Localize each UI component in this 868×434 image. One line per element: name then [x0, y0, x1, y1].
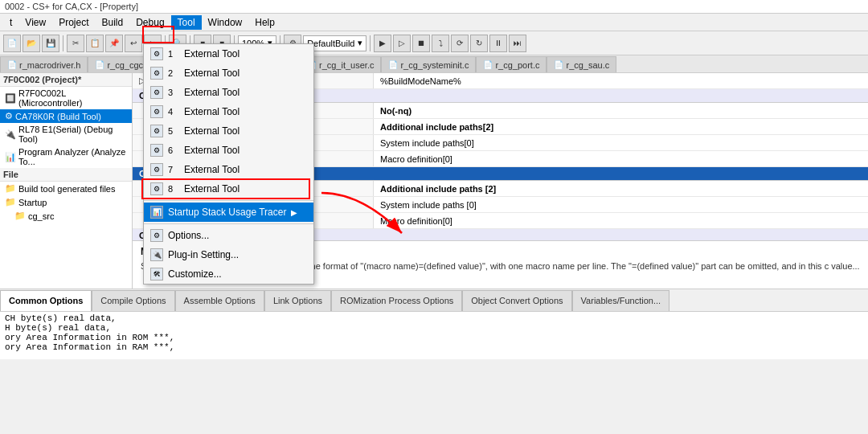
tb-paste[interactable]: 📌 [105, 35, 123, 52]
menu-build[interactable]: Build [96, 15, 130, 30]
tool-icon-startup: 📊 [150, 206, 163, 219]
prop-value-output-folder: %BuildModeName% [374, 73, 868, 88]
tab-systeminit[interactable]: 📄 r_cg_systeminit.c [381, 56, 476, 72]
tool-num-3: 3 [168, 88, 179, 97]
bottom-tab-assemble[interactable]: Assemble Options [175, 290, 264, 311]
tb-step[interactable]: ⤵ [432, 35, 449, 52]
tab-sau[interactable]: 📄 r_cg_sau.c [547, 56, 616, 72]
dropdown-sep-1 [144, 200, 313, 201]
sidebar-item-cgsrc[interactable]: 📁 cg_src [0, 209, 132, 223]
tb-undo[interactable]: ↩ [125, 35, 142, 52]
tb-new[interactable]: 📄 [3, 35, 21, 52]
tb-debug[interactable]: ▷ [393, 35, 411, 52]
prop-value-asm-macro: Macro definition[0] [374, 213, 868, 228]
sidebar-label-cgsrc: cg_src [28, 211, 54, 221]
toolbar-row1: 📄 📂 💾 ✂ 📋 📌 ↩ ↪ 🔍 ■ ■ 100% ▾ ⚙ DefaultBu… [0, 31, 868, 55]
tool-menu-options[interactable]: ⚙ Options... [144, 226, 313, 245]
sidebar-item-generated[interactable]: 📁 Build tool generated files [0, 182, 132, 195]
menu-debug[interactable]: Debug [129, 15, 170, 30]
title-text: 0002 - CS+ for CA,CX - [Property] [5, 2, 138, 11]
tab-sau-label: r_cg_sau.c [566, 60, 609, 70]
sidebar-item-build[interactable]: ⚙ CA78K0R (Build Tool) [0, 109, 132, 123]
tool-menu-item-4[interactable]: ⚙ 4 External Tool [144, 102, 313, 121]
tab-icon-port: 📄 [483, 60, 493, 69]
sidebar-icon-build: ⚙ [5, 111, 13, 121]
tb-cut[interactable]: ✂ [67, 35, 84, 52]
prop-value-include: Additional include paths[2] [374, 119, 868, 134]
tb-copy[interactable]: 📋 [86, 35, 104, 52]
sidebar-item-startup[interactable]: 📁 Startup [0, 195, 132, 209]
tab-bar: 📄 r_macrodriver.h 📄 r_cg_cgc.c ⚙ Propert… [0, 55, 868, 73]
tab-port[interactable]: 📄 r_cg_port.c [476, 56, 547, 72]
tool-menu-item-3[interactable]: ⚙ 3 External Tool [144, 83, 313, 102]
tool-menu-startup-tracer[interactable]: 📊 Startup Stack Usage Tracer ▶ [144, 203, 313, 222]
tool-menu-item-1[interactable]: ⚙ 1 External Tool [144, 44, 313, 63]
tab-icon-systeminit: 📄 [388, 60, 398, 69]
bottom-tab-variables[interactable]: Variables/Function... [572, 290, 669, 311]
tool-menu-item-2[interactable]: ⚙ 2 External Tool [144, 63, 313, 83]
tool-label-plugin: Plug-in Setting... [168, 249, 239, 260]
bottom-tab-compile[interactable]: Compile Options [92, 290, 174, 311]
sidebar-icon-debug: 🔌 [5, 129, 16, 140]
output-line-3: ory Area Information in ROM ***, [5, 333, 863, 342]
sidebar-item-analyzer[interactable]: 📊 Program Analyzer (Analyze To... [0, 145, 132, 168]
menu-project[interactable]: Project [52, 15, 95, 30]
tool-menu-customize[interactable]: 🛠 Customize... [144, 264, 313, 284]
tool-icon-1: ⚙ [150, 47, 163, 60]
tab-ituser-label: r_cg_it_user.c [319, 60, 374, 70]
tool-label-5: External Tool [184, 125, 240, 137]
bottom-tab-assemble-label: Assemble Options [184, 296, 256, 305]
bottom-tab-link-label: Link Options [273, 296, 322, 305]
bottom-tab-common[interactable]: Common Options [0, 290, 92, 311]
sidebar-icon-micro: 🔲 [5, 93, 16, 104]
sidebar-label-startup: Startup [18, 198, 47, 207]
sidebar-label-generated: Build tool generated files [18, 184, 115, 194]
tb-stop[interactable]: ⏹ [412, 35, 430, 52]
tool-label-7: External Tool [184, 164, 240, 175]
tb-save[interactable]: 💾 [42, 35, 59, 52]
tab-macrodriver-label: r_macrodriver.h [19, 60, 80, 70]
bottom-tab-link[interactable]: Link Options [264, 290, 331, 311]
tool-menu-item-7[interactable]: ⚙ 7 External Tool [144, 160, 313, 179]
tab-systeminit-label: r_cg_systeminit.c [400, 60, 469, 70]
tool-num-6: 6 [168, 145, 179, 155]
menu-bar: t View Project Build Debug Tool Window H… [0, 14, 868, 31]
tool-label-8: External Tool [184, 183, 240, 194]
bottom-tab-objconvert-label: Object Convert Options [471, 296, 563, 305]
output-line-1: CH byte(s) real data, [5, 313, 863, 323]
bottom-tab-variables-label: Variables/Function... [581, 296, 661, 305]
sidebar-item-micro[interactable]: 🔲 R7F0C002L (Microcontroller) [0, 87, 132, 109]
tool-num-5: 5 [168, 126, 179, 136]
sidebar-item-debug[interactable]: 🔌 RL78 E1(Serial) (Debug Tool) [0, 123, 132, 145]
tool-menu-item-5[interactable]: ⚙ 5 External Tool [144, 121, 313, 141]
menu-window[interactable]: Window [202, 15, 249, 30]
tool-num-4: 4 [168, 107, 179, 117]
tool-label-6: External Tool [184, 145, 240, 156]
tool-menu-plugin[interactable]: 🔌 Plug-in Setting... [144, 245, 313, 264]
menu-view[interactable]: View [18, 15, 52, 30]
tb-b4[interactable]: ↻ [470, 35, 488, 52]
bottom-tabs: Common Options Compile Options Assemble … [0, 289, 868, 311]
tool-label-2: External Tool [184, 68, 240, 79]
bottom-tab-objconvert[interactable]: Object Convert Options [462, 290, 571, 311]
tool-label-4: External Tool [184, 106, 240, 117]
menu-tool[interactable]: Tool [171, 15, 202, 30]
tb-b3[interactable]: ⟳ [451, 35, 469, 52]
tb-open[interactable]: 📂 [23, 35, 40, 52]
tb-b6[interactable]: ⏭ [509, 35, 526, 52]
bottom-tab-compile-label: Compile Options [100, 296, 166, 305]
tool-icon-3: ⚙ [150, 86, 163, 99]
tb-b5[interactable]: ⏸ [489, 35, 507, 52]
tool-menu-item-6[interactable]: ⚙ 6 External Tool [144, 141, 313, 160]
bottom-tab-romization[interactable]: ROMization Process Options [331, 290, 462, 311]
build-profile-arrow: ▾ [358, 38, 362, 48]
tool-menu-item-8[interactable]: ⚙ 8 External Tool [144, 179, 313, 199]
menu-t[interactable]: t [3, 15, 18, 30]
sidebar-label-build: CA78K0R (Build Tool) [15, 112, 101, 121]
menu-help[interactable]: Help [248, 15, 281, 30]
tool-num-2: 2 [168, 68, 179, 78]
tb-run[interactable]: ▶ [374, 35, 391, 52]
tab-macrodriver[interactable]: 📄 r_macrodriver.h [0, 56, 88, 72]
sidebar-section-file: File [0, 168, 132, 182]
sidebar-label-micro: R7F0C002L (Microcontroller) [18, 88, 127, 108]
